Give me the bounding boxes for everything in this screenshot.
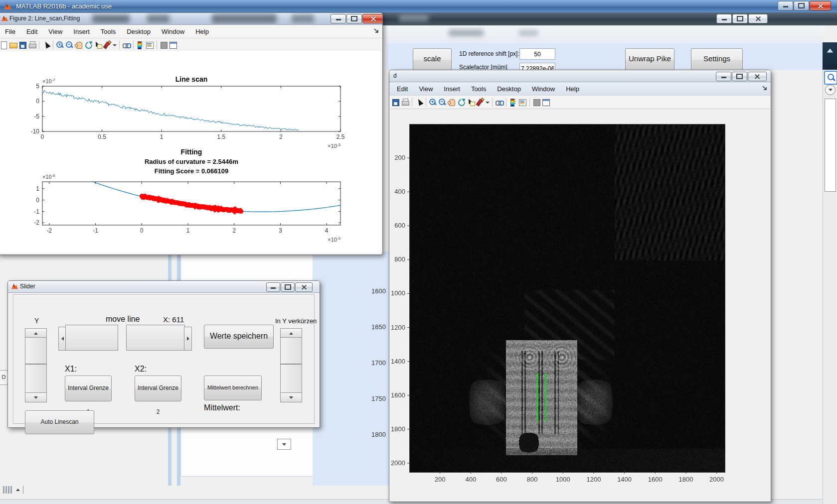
unwrap-pike-button[interactable]: Unwrap Pike — [625, 48, 674, 71]
background-dropdown-button[interactable] — [277, 439, 291, 450]
matlab-restore-button[interactable] — [794, 1, 809, 10]
menu-window[interactable]: Window — [156, 26, 190, 37]
svg-text:2: 2 — [279, 133, 283, 140]
iny-scroll-track-upper[interactable] — [280, 337, 302, 364]
gui-control-strip: scale 1D reference shift [px]: Scalefact… — [386, 42, 823, 70]
x-slider-segment-2[interactable] — [126, 325, 185, 351]
pan-icon[interactable] — [74, 40, 84, 50]
svg-text:1200: 1200 — [586, 476, 601, 483]
menu-edit[interactable]: Edit — [21, 26, 43, 37]
slider-minimize-button[interactable] — [266, 282, 280, 292]
slider-restore-button[interactable] — [281, 282, 295, 292]
interval-grenze-2-button[interactable]: Interval Grenze 2 — [135, 376, 181, 401]
figure2-window: Figure 2: Line_scan,Fitting FileEditView… — [0, 12, 383, 255]
svg-text:×10-6: ×10-6 — [42, 173, 55, 180]
iny-scroll-up-button[interactable] — [280, 328, 302, 338]
menu-insert[interactable]: Insert — [68, 26, 95, 37]
dock-arrow-icon[interactable] — [373, 28, 379, 34]
figure2-minimize-button[interactable] — [331, 14, 346, 23]
desktop: MATLAB R2016b - academic use — [0, 0, 837, 504]
figure2-close-button[interactable] — [362, 14, 382, 23]
y-scroll-track-upper[interactable] — [25, 337, 47, 364]
matlab-close-button[interactable] — [810, 1, 831, 10]
svg-text:400: 400 — [465, 476, 476, 483]
covered-axis-tick: 1700 — [371, 359, 386, 367]
y-scroll-down-button[interactable] — [25, 392, 47, 402]
y-scroll-up-button[interactable] — [25, 328, 47, 338]
figure2-titlebar: Figure 2: Line_scan,Fitting — [0, 13, 382, 25]
figure2-plots: 00.511.522.550-5-10×10-7×10-3-2-10123410… — [0, 51, 381, 253]
bgwindow-minimize-button[interactable] — [716, 14, 732, 23]
svg-text:800: 800 — [527, 476, 538, 483]
svg-text:×10-3: ×10-3 — [328, 142, 340, 149]
slider-logo-icon — [11, 282, 18, 290]
svg-text:-5: -5 — [34, 113, 39, 120]
menu-desktop[interactable]: Desktop — [121, 26, 156, 37]
iny-scroll-down-button[interactable] — [280, 392, 302, 402]
matlab-title: MATLAB R2016b - academic use — [16, 2, 112, 10]
settings-button[interactable]: Settings — [691, 48, 743, 71]
werte-speichern-button[interactable]: Werte speichern — [204, 325, 274, 349]
mittelwert-label: Mittelwert: — [204, 403, 240, 412]
iny-scroll-thumb[interactable] — [280, 364, 302, 393]
brush-dropdown-icon[interactable] — [112, 40, 117, 50]
expand-arrow-icon[interactable] — [16, 489, 20, 491]
menu-file[interactable]: File — [0, 26, 21, 37]
new-figure-icon[interactable] — [0, 40, 8, 50]
save-figure-icon[interactable] — [18, 40, 27, 50]
auto-linescan-button[interactable]: Auto Linescan — [25, 410, 94, 434]
svg-text:200: 200 — [435, 476, 446, 483]
scale-button[interactable]: scale — [413, 48, 452, 71]
x1-label: X1: — [65, 365, 77, 374]
x-slider-right-button[interactable] — [184, 327, 192, 351]
svg-text:Fitting: Fitting — [181, 148, 202, 156]
zoom-out-icon[interactable] — [65, 40, 74, 50]
zoom-in-icon[interactable] — [55, 40, 65, 50]
statusbar-grip[interactable] — [3, 486, 23, 494]
svg-text:1400: 1400 — [617, 476, 632, 483]
insert-colorbar-icon[interactable] — [136, 40, 145, 50]
print-figure-icon[interactable] — [27, 40, 37, 50]
search-button[interactable] — [824, 71, 837, 85]
menu-tools[interactable]: Tools — [95, 26, 121, 37]
link-plots-icon[interactable] — [122, 40, 131, 50]
brush-icon[interactable] — [103, 40, 112, 50]
ref-shift-input[interactable] — [519, 48, 555, 60]
figure-logo-icon — [1, 14, 8, 22]
figure2-toolbar — [0, 38, 382, 52]
mittelwert-berechnen-button[interactable]: Mittelwert berechnen — [204, 376, 262, 400]
image-figure-window: d EditViewInsertToolsDesktopWindowHelp — [389, 70, 771, 502]
bgwindow-restore-button[interactable] — [732, 14, 748, 23]
svg-text:-1: -1 — [93, 227, 98, 234]
figure2-restore-button[interactable] — [346, 14, 362, 23]
collapsed-panel-tab[interactable]: D — [0, 370, 8, 385]
x-slider-segment-1[interactable] — [65, 325, 118, 351]
svg-text:1200: 1200 — [391, 324, 405, 331]
svg-text:0: 0 — [41, 133, 44, 140]
show-plot-tools-icon[interactable] — [168, 40, 178, 50]
svg-text:1: 1 — [186, 227, 190, 234]
right-scrollbar-thumb[interactable] — [825, 99, 836, 192]
svg-text:2: 2 — [232, 227, 236, 234]
rotate-3d-icon[interactable] — [84, 40, 93, 50]
svg-text:0: 0 — [36, 98, 39, 105]
open-file-icon[interactable] — [8, 40, 18, 50]
menu-help[interactable]: Help — [190, 26, 214, 37]
menu-view[interactable]: View — [43, 26, 68, 37]
svg-text:1400: 1400 — [391, 358, 405, 365]
y-scroll-thumb[interactable] — [25, 364, 47, 393]
collapse-up-icon[interactable] — [827, 49, 833, 53]
edit-plot-icon[interactable] — [41, 40, 51, 50]
svg-text:0.5: 0.5 — [98, 133, 106, 140]
data-cursor-icon[interactable] — [93, 40, 103, 50]
x2-label: X2: — [135, 365, 147, 374]
bgwindow-close-button[interactable] — [748, 14, 768, 23]
collapsed-tab-label: D — [2, 374, 6, 380]
slider-close-button[interactable] — [295, 282, 313, 292]
scroll-menu-button[interactable] — [825, 85, 836, 95]
hide-plot-tools-icon[interactable] — [159, 40, 168, 50]
matlab-minimize-button[interactable] — [778, 1, 793, 10]
interval-grenze-1-button[interactable]: Interval Grenze 1 — [65, 376, 112, 401]
insert-legend-icon[interactable] — [145, 40, 155, 50]
figure2-title: Figure 2: Line_scan,Fitting — [9, 15, 80, 22]
